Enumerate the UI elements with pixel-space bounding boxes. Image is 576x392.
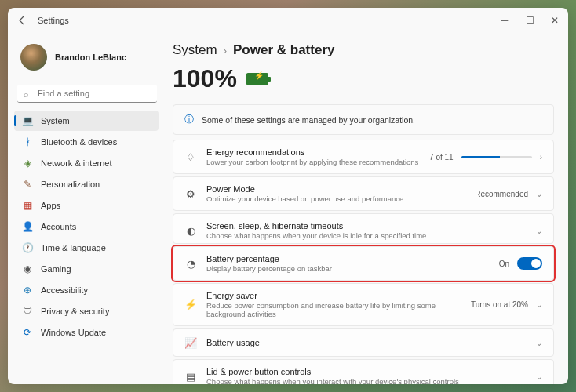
titlebar: Settings ─ ☐ ✕ [8,8,568,33]
card-title: Battery usage [206,338,527,347]
close-button[interactable]: ✕ [549,15,560,26]
sidebar-item-windows-update[interactable]: ⟳Windows Update [14,322,159,343]
chevron-right-icon: › [540,153,542,162]
sidebar-item-accessibility[interactable]: ⊕Accessibility [14,280,159,300]
settings-window: Settings ─ ☐ ✕ Brandon LeBlanc ⌕ 💻System… [8,8,568,384]
power-mode-value: Recommended [475,190,528,198]
sidebar-item-label: Windows Update [41,328,106,337]
nav-icon: 🕐 [22,242,33,253]
sidebar-item-bluetooth-devices[interactable]: ᚼBluetooth & devices [14,132,159,152]
card-sub: Reduce power consumption and increase ba… [206,301,461,318]
nav-icon: ⟳ [22,327,33,338]
maximize-button[interactable]: ☐ [524,15,535,26]
chevron-right-icon: › [224,45,227,56]
profile[interactable]: Brandon LeBlanc [14,39,165,82]
power-mode-card[interactable]: ⚙ Power Mode Optimize your device based … [173,176,554,211]
sidebar-item-label: Personalization [41,180,100,189]
card-title: Screen, sleep, & hibernate timeouts [206,221,527,230]
sidebar-item-label: Apps [41,201,60,210]
org-managed-banner: ⓘ Some of these settings are managed by … [173,104,554,135]
energy-recommendations-card[interactable]: ♢ Energy recommendations Lower your carb… [173,140,554,174]
chevron-down-icon: ⌄ [536,227,542,235]
sidebar-item-label: Privacy & security [41,307,109,316]
chart-icon: 📈 [184,336,197,349]
lid-power-card[interactable]: ▤ Lid & power button controls Choose wha… [173,359,554,384]
nav-icon: ▦ [22,200,33,211]
energy-progress [461,156,532,158]
nav-icon: ᚼ [22,136,33,147]
chevron-down-icon: ⌄ [536,190,542,198]
nav-icon: ⊕ [22,285,33,296]
banner-text: Some of these settings are managed by yo… [202,115,415,125]
battery-pct-state: On [499,260,509,268]
battery-percent-icon: ◔ [184,257,197,270]
nav-icon: 💻 [22,115,33,126]
nav-icon: 👤 [22,221,33,232]
breadcrumb-current: Power & battery [233,42,334,58]
window-title: Settings [38,16,69,25]
chevron-down-icon: ⌄ [536,372,542,381]
minimize-button[interactable]: ─ [499,15,510,26]
sidebar-item-label: Network & internet [41,158,111,168]
card-title: Battery percentage [206,254,490,263]
energy-saver-value: Turns on at 20% [471,300,528,309]
energy-saver-icon: ⚡ [184,299,197,311]
sidebar-item-label: Time & language [41,243,106,252]
sidebar-item-personalization[interactable]: ✎Personalization [14,174,159,194]
sidebar-item-system[interactable]: 💻System [14,111,159,131]
card-title: Energy recommendations [206,147,420,157]
sidebar-item-privacy-security[interactable]: 🛡Privacy & security [14,301,159,321]
search-box: ⌕ [17,85,157,103]
card-sub: Lower your carbon footprint by applying … [206,158,420,166]
battery-percentage-card[interactable]: ◔ Battery percentage Display battery per… [173,246,554,281]
battery-status: 100% ⚡ [173,64,554,93]
card-title: Lid & power button controls [206,367,527,376]
sidebar-item-network-internet[interactable]: ◈Network & internet [14,153,159,173]
search-input[interactable] [17,85,157,103]
nav-icon: ✎ [22,179,33,190]
sleep-timeouts-card[interactable]: ◐ Screen, sleep, & hibernate timeouts Ch… [173,213,554,244]
battery-percent-value: 100% [173,64,237,93]
info-icon: ⓘ [184,113,194,126]
avatar [20,44,47,71]
sidebar-item-label: Gaming [41,264,71,274]
nav-list: 💻SystemᚼBluetooth & devices◈Network & in… [14,111,165,343]
sidebar-item-label: Accounts [41,222,76,231]
battery-icon: ⚡ [246,73,268,85]
sidebar-item-time-language[interactable]: 🕐Time & language [14,238,159,258]
card-sub: Choose what happens when you interact wi… [206,377,527,384]
card-title: Energy saver [206,291,461,300]
card-sub: Display battery percentage on taskbar [206,264,490,273]
breadcrumb: System › Power & battery [173,42,554,58]
back-button[interactable] [16,14,28,27]
profile-name: Brandon LeBlanc [55,53,126,62]
leaf-icon: ♢ [184,151,197,163]
power-mode-icon: ⚙ [184,187,197,200]
sidebar: Brandon LeBlanc ⌕ 💻SystemᚼBluetooth & de… [8,33,165,384]
energy-saver-card[interactable]: ⚡ Energy saver Reduce power consumption … [173,283,554,326]
sidebar-item-accounts[interactable]: 👤Accounts [14,216,159,237]
lid-icon: ▤ [184,370,197,383]
main-content: System › Power & battery 100% ⚡ ⓘ Some o… [165,33,568,384]
sidebar-item-gaming[interactable]: ◉Gaming [14,259,159,279]
nav-icon: ◈ [22,158,33,169]
chevron-down-icon: ⌄ [536,339,542,347]
card-sub: Optimize your device based on power use … [206,194,465,203]
sidebar-item-label: Bluetooth & devices [41,137,117,147]
sidebar-item-label: Accessibility [41,285,88,295]
energy-count: 7 of 11 [429,153,454,162]
sidebar-item-apps[interactable]: ▦Apps [14,195,159,216]
battery-usage-card[interactable]: 📈 Battery usage ⌄ [173,328,554,357]
card-sub: Choose what happens when your device is … [206,231,527,240]
breadcrumb-root[interactable]: System [173,42,217,58]
sleep-icon: ◐ [184,224,197,237]
card-title: Power Mode [206,184,465,194]
battery-pct-toggle[interactable] [517,257,542,270]
nav-icon: ◉ [22,263,33,274]
chevron-down-icon: ⌄ [536,300,542,309]
sidebar-item-label: System [41,116,70,125]
search-icon: ⌕ [24,89,29,99]
nav-icon: 🛡 [22,306,33,317]
